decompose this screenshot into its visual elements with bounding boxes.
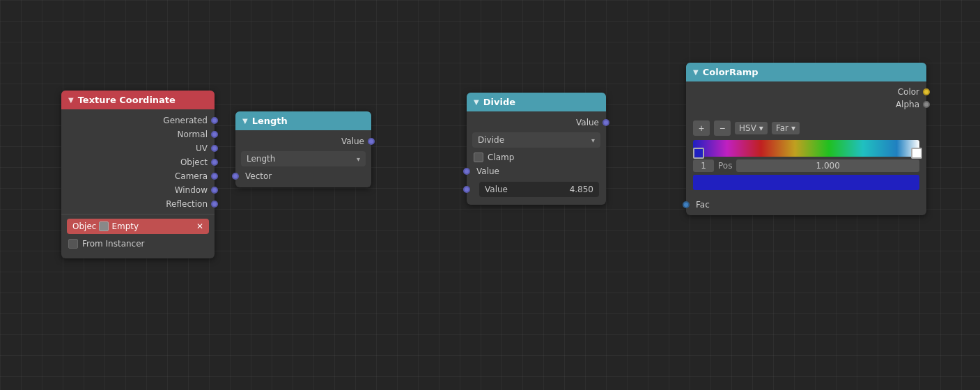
cr-color-socket[interactable] <box>923 88 930 95</box>
from-instancer-label: From Instancer <box>82 239 145 249</box>
cr-pos-row: 1 Pos 1.000 <box>693 159 919 172</box>
cr-add-stop-button[interactable]: + <box>693 120 710 136</box>
uv-socket[interactable] <box>211 145 218 152</box>
socket-row-window: Window <box>61 183 215 197</box>
colorramp-inner-body: + − HSV ▾ Far ▾ 1 Pos 1.000 <box>686 111 926 197</box>
object-socket[interactable] <box>211 159 218 166</box>
length-collapse-arrow[interactable]: ▼ <box>242 117 248 125</box>
divide-output-row: Value <box>467 116 606 130</box>
cr-fac-socket[interactable] <box>683 201 690 208</box>
cr-alpha-label: Alpha <box>896 100 919 109</box>
length-value-label: Value <box>341 136 364 146</box>
cr-mode-dropdown[interactable]: Far ▾ <box>772 122 800 134</box>
socket-row-uv: UV <box>61 141 215 155</box>
divide-output-label: Value <box>576 118 599 127</box>
cr-pos-label: Pos <box>718 161 732 171</box>
cr-color-preview[interactable] <box>693 175 919 190</box>
window-socket[interactable] <box>211 187 218 194</box>
from-instancer-row: From Instancer <box>61 237 215 254</box>
length-node: ▼ Length Value Length ▾ Vector <box>235 111 371 187</box>
socket-row-object: Object <box>61 155 215 169</box>
divide-input1-row: Value <box>467 164 606 178</box>
cr-handle-left[interactable] <box>693 138 701 159</box>
cr-alpha-socket[interactable] <box>923 101 930 108</box>
length-dropdown-row[interactable]: Length ▾ <box>241 151 366 166</box>
separator <box>61 214 215 214</box>
collapse-arrow[interactable]: ▼ <box>68 96 74 104</box>
divide-dropdown-arrow: ▾ <box>591 136 595 144</box>
normal-socket[interactable] <box>211 131 218 138</box>
objec-label: Objec <box>72 221 96 231</box>
divide-input2-label: Value <box>485 185 508 194</box>
cr-remove-stop-button[interactable]: − <box>714 120 731 136</box>
cr-fac-row: Fac <box>686 197 926 211</box>
socket-row-generated: Generated <box>61 114 215 127</box>
socket-row-reflection: Reflection <box>61 197 215 211</box>
texture-coordinate-title: Texture Coordinate <box>78 95 176 105</box>
cr-color-label: Color <box>898 87 919 97</box>
length-output-row: Value <box>235 134 371 148</box>
cr-handle-right[interactable] <box>911 138 919 159</box>
length-dropdown-arrow: ▾ <box>357 155 360 163</box>
window-label: Window <box>175 185 208 195</box>
clamp-row: Clamp <box>467 150 606 164</box>
divide-collapse-arrow[interactable]: ▼ <box>474 98 479 106</box>
object-label: Object <box>180 157 208 167</box>
length-value-socket[interactable] <box>368 138 375 145</box>
generated-label: Generated <box>163 116 208 125</box>
divide-node: ▼ Divide Value Divide ▾ Clamp Value Valu… <box>467 93 606 205</box>
length-vector-label: Vector <box>245 171 272 181</box>
socket-row-camera: Camera <box>61 169 215 183</box>
divide-input2-row: Value 4.850 <box>467 178 606 201</box>
cr-interpolation-dropdown[interactable]: HSV ▾ <box>735 122 768 134</box>
colorramp-collapse-arrow[interactable]: ▼ <box>693 68 699 76</box>
cr-mode-arrow: ▾ <box>791 123 795 133</box>
texture-coordinate-node: ▼ Texture Coordinate Generated Normal UV… <box>61 91 215 258</box>
texture-coordinate-body: Generated Normal UV Object Camera Window… <box>61 109 215 258</box>
cr-mode-value: Far <box>776 123 788 133</box>
object-icon <box>99 221 109 231</box>
camera-socket[interactable] <box>211 173 218 180</box>
cr-pos-value[interactable]: 1.000 <box>736 159 919 172</box>
socket-row-normal: Normal <box>61 127 215 141</box>
clamp-checkbox[interactable] <box>474 153 483 162</box>
colorramp-node: ▼ ColorRamp Color Alpha + − HSV ▾ Far <box>686 63 926 215</box>
length-body: Value Length ▾ Vector <box>235 130 371 187</box>
divide-input2-value: 4.850 <box>570 185 593 194</box>
camera-label: Camera <box>175 171 208 181</box>
generated-socket[interactable] <box>211 117 218 124</box>
colorramp-header: ▼ ColorRamp <box>686 63 926 81</box>
divide-dropdown-row[interactable]: Divide ▾ <box>472 132 600 148</box>
cr-pos-index[interactable]: 1 <box>693 159 714 172</box>
divide-value-socket[interactable] <box>602 119 609 126</box>
divide-value-field[interactable]: Value 4.850 <box>479 182 599 197</box>
cr-controls-row: + − HSV ▾ Far ▾ <box>693 120 919 136</box>
divide-header: ▼ Divide <box>467 93 606 111</box>
divide-body: Value Divide ▾ Clamp Value Value 4.850 <box>467 111 606 205</box>
colorramp-title: ColorRamp <box>703 67 759 77</box>
cr-alpha-output-row: Alpha <box>686 98 926 111</box>
from-instancer-checkbox[interactable] <box>68 239 78 249</box>
length-vector-socket[interactable] <box>232 173 239 180</box>
length-dropdown-value: Length <box>247 154 275 164</box>
length-input-row: Vector <box>235 169 371 183</box>
reflection-label: Reflection <box>166 199 208 209</box>
cr-interp-arrow: ▾ <box>759 123 763 133</box>
close-object-button[interactable]: ✕ <box>196 221 203 231</box>
object-field-row[interactable]: Objec Empty ✕ <box>67 219 209 234</box>
colorramp-body: Color Alpha + − HSV ▾ Far ▾ <box>686 81 926 215</box>
divide-dropdown-value: Divide <box>478 135 504 145</box>
normal-label: Normal <box>178 130 208 139</box>
empty-label: Empty <box>111 221 139 231</box>
divide-input1-label: Value <box>476 166 499 176</box>
uv-label: UV <box>196 143 208 153</box>
divide-input2-socket[interactable] <box>463 186 470 193</box>
reflection-socket[interactable] <box>211 201 218 208</box>
cr-gradient-bar[interactable] <box>693 140 919 157</box>
cr-color-output-row: Color <box>686 86 926 98</box>
length-header: ▼ Length <box>235 111 371 130</box>
cr-interpolation-value: HSV <box>739 123 756 133</box>
texture-coordinate-header: ▼ Texture Coordinate <box>61 91 215 109</box>
divide-input1-socket[interactable] <box>463 168 470 175</box>
cr-fac-label: Fac <box>696 200 710 210</box>
